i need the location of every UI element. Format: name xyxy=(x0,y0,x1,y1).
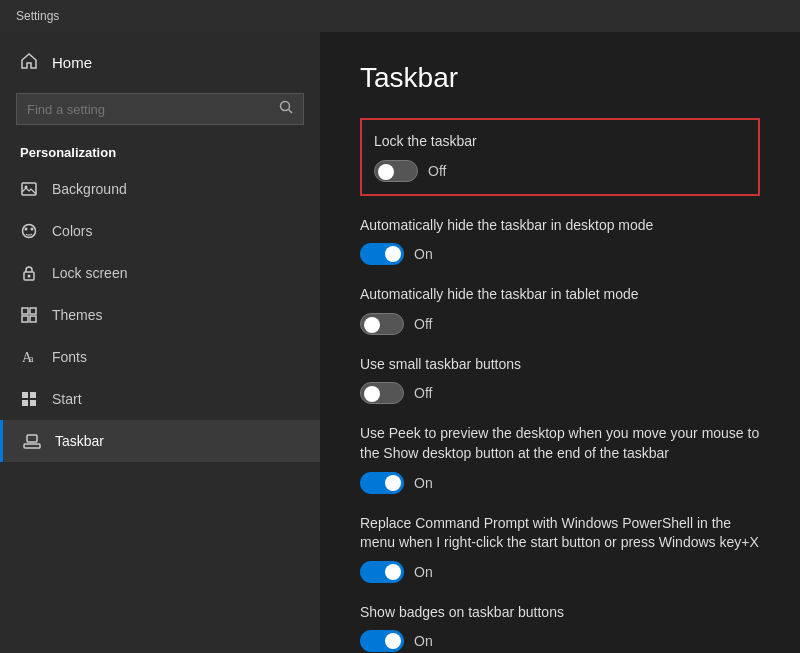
sidebar-item-lockscreen[interactable]: Lock screen xyxy=(0,252,320,294)
svg-text:a: a xyxy=(29,353,34,364)
sidebar-item-fonts-label: Fonts xyxy=(52,349,87,365)
svg-rect-16 xyxy=(30,392,36,398)
lock-taskbar-value: Off xyxy=(428,163,446,179)
lock-taskbar-toggle-row: Off xyxy=(374,160,746,182)
svg-rect-12 xyxy=(30,316,36,322)
sidebar-item-taskbar[interactable]: Taskbar xyxy=(0,420,320,462)
sidebar-item-start[interactable]: Start xyxy=(0,378,320,420)
title-bar-label: Settings xyxy=(16,9,59,23)
peek-preview-label: Use Peek to preview the desktop when you… xyxy=(360,424,760,463)
auto-hide-tablet-section: Automatically hide the taskbar in tablet… xyxy=(360,285,760,335)
small-buttons-label: Use small taskbar buttons xyxy=(360,355,760,375)
sidebar-home-label: Home xyxy=(52,54,92,71)
lock-taskbar-section: Lock the taskbar Off xyxy=(360,118,760,196)
small-buttons-toggle-row: Off xyxy=(360,382,760,404)
show-badges-section: Show badges on taskbar buttons On xyxy=(360,603,760,653)
replace-command-toggle-row: On xyxy=(360,561,760,583)
sidebar-item-colors[interactable]: Colors xyxy=(0,210,320,252)
svg-rect-20 xyxy=(27,435,37,442)
svg-rect-19 xyxy=(24,444,40,448)
svg-point-6 xyxy=(31,228,34,231)
auto-hide-tablet-value: Off xyxy=(414,316,432,332)
svg-rect-15 xyxy=(22,392,28,398)
sidebar-item-background-label: Background xyxy=(52,181,127,197)
svg-rect-2 xyxy=(22,183,36,195)
sidebar-item-start-label: Start xyxy=(52,391,82,407)
replace-command-label: Replace Command Prompt with Windows Powe… xyxy=(360,514,760,553)
peek-preview-section: Use Peek to preview the desktop when you… xyxy=(360,424,760,493)
auto-hide-desktop-toggle-row: On xyxy=(360,243,760,265)
home-icon xyxy=(20,52,38,73)
search-box[interactable] xyxy=(16,93,304,125)
start-icon xyxy=(20,390,38,408)
svg-rect-10 xyxy=(30,308,36,314)
search-input[interactable] xyxy=(27,102,271,117)
auto-hide-desktop-value: On xyxy=(414,246,433,262)
peek-preview-toggle[interactable] xyxy=(360,472,404,494)
svg-line-1 xyxy=(289,110,293,114)
show-badges-label: Show badges on taskbar buttons xyxy=(360,603,760,623)
svg-point-0 xyxy=(281,102,290,111)
auto-hide-desktop-section: Automatically hide the taskbar in deskto… xyxy=(360,216,760,266)
svg-rect-17 xyxy=(22,400,28,406)
show-badges-toggle-row: On xyxy=(360,630,760,652)
sidebar: Home Personalization Backg xyxy=(0,32,320,653)
svg-point-8 xyxy=(28,275,31,278)
sidebar-item-themes-label: Themes xyxy=(52,307,103,323)
sidebar-item-fonts[interactable]: A a Fonts xyxy=(0,336,320,378)
show-badges-toggle[interactable] xyxy=(360,630,404,652)
replace-command-section: Replace Command Prompt with Windows Powe… xyxy=(360,514,760,583)
auto-hide-desktop-toggle[interactable] xyxy=(360,243,404,265)
lock-icon xyxy=(20,264,38,282)
sidebar-item-taskbar-label: Taskbar xyxy=(55,433,104,449)
replace-command-value: On xyxy=(414,564,433,580)
auto-hide-tablet-label: Automatically hide the taskbar in tablet… xyxy=(360,285,760,305)
sidebar-item-background[interactable]: Background xyxy=(0,168,320,210)
taskbar-icon xyxy=(23,432,41,450)
small-buttons-toggle[interactable] xyxy=(360,382,404,404)
main-panel: Taskbar Lock the taskbar Off Automatical… xyxy=(320,32,800,653)
show-badges-value: On xyxy=(414,633,433,649)
sidebar-item-home[interactable]: Home xyxy=(0,40,320,85)
page-title: Taskbar xyxy=(360,62,760,94)
sidebar-item-themes[interactable]: Themes xyxy=(0,294,320,336)
title-bar: Settings xyxy=(0,0,800,32)
replace-command-toggle[interactable] xyxy=(360,561,404,583)
sidebar-item-colors-label: Colors xyxy=(52,223,92,239)
fonts-icon: A a xyxy=(20,348,38,366)
main-content: Home Personalization Backg xyxy=(0,32,800,653)
lock-taskbar-label: Lock the taskbar xyxy=(374,132,746,152)
svg-rect-11 xyxy=(22,316,28,322)
sidebar-item-lockscreen-label: Lock screen xyxy=(52,265,127,281)
colors-icon xyxy=(20,222,38,240)
svg-rect-9 xyxy=(22,308,28,314)
svg-rect-18 xyxy=(30,400,36,406)
themes-icon xyxy=(20,306,38,324)
search-icon xyxy=(279,100,293,118)
image-icon xyxy=(20,180,38,198)
svg-point-5 xyxy=(25,228,28,231)
auto-hide-tablet-toggle-row: Off xyxy=(360,313,760,335)
personalization-label: Personalization xyxy=(0,133,320,168)
small-buttons-value: Off xyxy=(414,385,432,401)
auto-hide-tablet-toggle[interactable] xyxy=(360,313,404,335)
peek-preview-value: On xyxy=(414,475,433,491)
auto-hide-desktop-label: Automatically hide the taskbar in deskto… xyxy=(360,216,760,236)
peek-preview-toggle-row: On xyxy=(360,472,760,494)
lock-taskbar-toggle[interactable] xyxy=(374,160,418,182)
small-buttons-section: Use small taskbar buttons Off xyxy=(360,355,760,405)
